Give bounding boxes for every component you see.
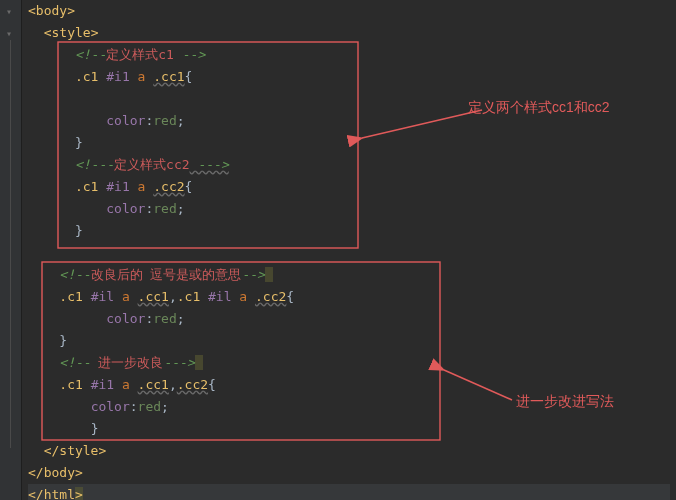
- code-line: <body>: [28, 0, 670, 22]
- code-line: .c1 #i1 a .cc2{: [28, 176, 670, 198]
- selector-id: #i1: [106, 69, 129, 84]
- selector-elem: a: [122, 377, 130, 392]
- code-line: .c1 #i1 a .cc1{: [28, 66, 670, 88]
- brace: {: [208, 377, 216, 392]
- comment: --->: [190, 157, 229, 172]
- tag-bracket: </: [28, 465, 44, 480]
- selector-id: #i1: [91, 377, 114, 392]
- comment-text: 改良后的 逗号是或的意思: [91, 267, 242, 282]
- tag-name: style: [59, 443, 98, 458]
- tag-bracket: >: [75, 465, 83, 480]
- selector-class: .c1: [59, 377, 82, 392]
- code-line: color:red;: [28, 198, 670, 220]
- tag-name: html: [44, 487, 75, 500]
- selector-id: #il: [208, 289, 231, 304]
- code-line: <style>: [28, 22, 670, 44]
- tag-bracket: </: [28, 487, 44, 500]
- code-area[interactable]: <body> <style> <!--定义样式c1 --> .c1 #i1 a …: [22, 0, 676, 500]
- comment: <!--: [75, 47, 106, 62]
- code-line: [28, 242, 670, 264]
- tag-bracket: >: [98, 443, 106, 458]
- brace: }: [59, 333, 67, 348]
- code-line: </style>: [28, 440, 670, 462]
- selector-class: .c1: [177, 289, 200, 304]
- code-line: </body>: [28, 462, 670, 484]
- css-prop: color: [106, 201, 145, 216]
- comment-text: 定义样式c1: [106, 47, 181, 62]
- selector-class: .cc1: [138, 377, 169, 392]
- code-line: <!--定义样式c1 -->: [28, 44, 670, 66]
- css-prop: color: [106, 113, 145, 128]
- code-line: <!---定义样式cc2 --->: [28, 154, 670, 176]
- brace: {: [185, 69, 193, 84]
- selector-class: .cc2: [177, 377, 208, 392]
- code-line: <!--改良后的 逗号是或的意思-->: [28, 264, 670, 286]
- comment: <!--: [75, 157, 106, 172]
- css-value: red: [153, 311, 176, 326]
- brace: }: [91, 421, 99, 436]
- code-line: <!-- 进一步改良--->: [28, 352, 670, 374]
- css-value: red: [153, 113, 176, 128]
- code-line: }: [28, 220, 670, 242]
- code-line: }: [28, 330, 670, 352]
- gutter: ▾ ▾: [0, 0, 22, 500]
- comment: <!--: [59, 267, 90, 282]
- tag-name: body: [44, 465, 75, 480]
- tag-bracket: </: [44, 443, 60, 458]
- tag-bracket: <: [28, 3, 36, 18]
- selector-elem: a: [239, 289, 247, 304]
- tag-bracket: >: [67, 3, 75, 18]
- fold-icon[interactable]: ▾: [6, 29, 15, 38]
- selector-id: #il: [91, 289, 114, 304]
- tag-name: style: [51, 25, 90, 40]
- comment: -->: [241, 267, 264, 282]
- code-line: .c1 #il a .cc1,.c1 #il a .cc2{: [28, 286, 670, 308]
- brace: }: [75, 135, 83, 150]
- comment: <!--: [59, 355, 90, 370]
- selector-class: .cc1: [153, 69, 184, 84]
- code-line-active: </html>: [28, 484, 670, 500]
- code-editor: ▾ ▾ <body> <style> <!--定义样式c1 --> .c1 #i…: [0, 0, 676, 500]
- annotation-label: 定义两个样式cc1和cc2: [468, 96, 610, 118]
- caret-marker: [265, 267, 273, 282]
- comment-text: 进一步改良: [91, 355, 164, 370]
- fold-line: [10, 40, 11, 448]
- fold-icon[interactable]: ▾: [6, 7, 15, 16]
- code-line: }: [28, 132, 670, 154]
- selector-class: .c1: [59, 289, 82, 304]
- selector-class: .c1: [75, 69, 98, 84]
- selector-id: #i1: [106, 179, 129, 194]
- annotation-label: 进一步改进写法: [516, 390, 614, 412]
- code-line: color:red;: [28, 308, 670, 330]
- tag-bracket: >: [75, 487, 83, 500]
- css-prop: color: [106, 311, 145, 326]
- code-line: }: [28, 418, 670, 440]
- caret-marker: [195, 355, 203, 370]
- selector-class: .cc1: [138, 289, 169, 304]
- brace: }: [75, 223, 83, 238]
- brace: {: [286, 289, 294, 304]
- selector-class: .cc2: [255, 289, 286, 304]
- css-value: red: [138, 399, 161, 414]
- comment-text: 定义样式cc2: [114, 157, 189, 172]
- comment: --->: [163, 355, 194, 370]
- comment: -->: [182, 47, 205, 62]
- tag-bracket: >: [91, 25, 99, 40]
- selector-elem: a: [122, 289, 130, 304]
- selector-class: .cc2: [153, 179, 184, 194]
- tag-name: body: [36, 3, 67, 18]
- css-value: red: [153, 201, 176, 216]
- selector-class: .c1: [75, 179, 98, 194]
- brace: {: [185, 179, 193, 194]
- css-prop: color: [91, 399, 130, 414]
